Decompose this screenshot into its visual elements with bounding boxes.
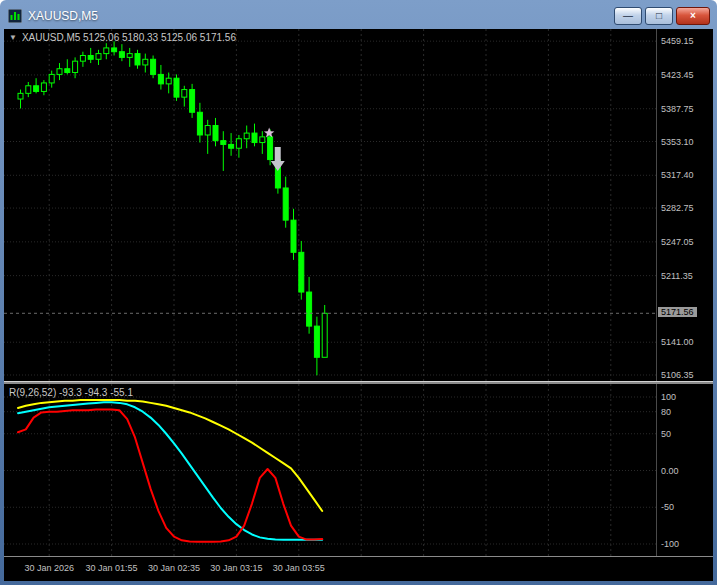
- price-scale[interactable]: 5459.155423.455387.755353.105317.405282.…: [656, 29, 713, 381]
- symbol-dropdown-icon[interactable]: ▼: [9, 33, 17, 42]
- indicator-pane[interactable]: R(9,26,52) -93.3 -94.3 -55.1: [4, 384, 656, 556]
- candle-bull: [57, 69, 62, 75]
- price-tick-label: 5423.45: [661, 70, 694, 80]
- price-tick-label: 5106.35: [661, 370, 694, 380]
- indicator-tick-label: 50: [661, 429, 671, 439]
- indicator-tick-label: 100: [661, 392, 676, 402]
- maximize-icon: □: [656, 11, 662, 21]
- candle-bear: [158, 74, 163, 83]
- candle-bull: [26, 86, 31, 94]
- chart-client-area: ▼ XAUUSD,M5 5125.06 5180.33 5125.06 5171…: [4, 29, 713, 581]
- indicator-tick-label: -100: [661, 539, 679, 549]
- current-price-label: 5171.56: [658, 307, 697, 317]
- chart-window: XAUUSD,M5 — □ × ▼ XAUUSD,M5 5125.06 5180…: [0, 0, 717, 585]
- window-controls: — □ ×: [614, 7, 710, 25]
- candle-bull: [143, 59, 148, 65]
- maximize-button[interactable]: □: [645, 7, 673, 25]
- candle-bull: [73, 61, 78, 72]
- indicator-tick-label: 80: [661, 407, 671, 417]
- star-marker-icon[interactable]: [264, 128, 274, 138]
- indicator-label: R(9,26,52) -93.3 -94.3 -55.1: [9, 387, 133, 398]
- candle-bear: [174, 78, 179, 97]
- candle-bull: [127, 54, 132, 58]
- candle-bear: [291, 220, 296, 252]
- ohlc-text: XAUUSD,M5 5125.06 5180.33 5125.06 5171.5…: [22, 32, 236, 43]
- indicator-readout: R(9,26,52) -93.3 -94.3 -55.1: [9, 387, 133, 398]
- candle-bear: [268, 137, 273, 160]
- price-tick-label: 5211.35: [661, 271, 693, 281]
- candle-bear: [65, 69, 70, 73]
- minimize-icon: —: [623, 11, 633, 21]
- time-tick-label: 30 Jan 01:55: [86, 563, 138, 573]
- time-tick-label: 30 Jan 03:55: [273, 563, 325, 573]
- candle-bear: [213, 126, 218, 141]
- indicator-tick-label: -50: [661, 502, 674, 512]
- time-tick-label: 30 Jan 02:35: [148, 563, 200, 573]
- candle-bull: [96, 54, 101, 60]
- candle-bear: [151, 59, 156, 74]
- indicator-line-cyan: [18, 402, 322, 540]
- price-tick-label: 5247.05: [661, 237, 694, 247]
- close-icon: ×: [690, 11, 696, 21]
- candle-bear: [135, 54, 140, 65]
- price-tick-label: 5353.10: [661, 137, 694, 147]
- candle-bear: [221, 141, 226, 145]
- time-tick-label: 30 Jan 2026: [24, 563, 74, 573]
- chart-window-icon: [7, 8, 23, 24]
- candle-bear: [197, 112, 202, 135]
- candle-bull: [236, 139, 241, 148]
- price-tick-label: 5141.00: [661, 337, 694, 347]
- candle-bear: [88, 55, 93, 59]
- candle-bull: [166, 78, 171, 84]
- titlebar[interactable]: XAUUSD,M5 — □ ×: [4, 3, 713, 29]
- candle-bear: [190, 90, 195, 113]
- candle-bear: [34, 86, 39, 92]
- candle-bear: [112, 48, 117, 52]
- candle-bull: [104, 48, 109, 54]
- candle-bull: [244, 133, 249, 139]
- ohlc-readout: ▼ XAUUSD,M5 5125.06 5180.33 5125.06 5171…: [9, 32, 236, 43]
- price-tick-label: 5387.75: [661, 104, 694, 114]
- indicator-chart[interactable]: [4, 384, 656, 556]
- indicator-tick-label: 0.00: [661, 466, 679, 476]
- candle-bull: [41, 83, 46, 92]
- price-pane[interactable]: ▼ XAUUSD,M5 5125.06 5180.33 5125.06 5171…: [4, 29, 656, 381]
- time-tick-label: 30 Jan 03:15: [210, 563, 262, 573]
- minimize-button[interactable]: —: [614, 7, 642, 25]
- candle-bear: [283, 188, 288, 220]
- time-axis[interactable]: 30 Jan 202630 Jan 01:5530 Jan 02:3530 Ja…: [4, 556, 713, 581]
- price-tick-label: 5282.75: [661, 203, 694, 213]
- price-chart[interactable]: [4, 29, 656, 381]
- price-tick-label: 5317.40: [661, 170, 694, 180]
- candle-bull: [205, 126, 210, 135]
- candle-bear: [307, 292, 312, 326]
- window-title: XAUUSD,M5: [28, 9, 98, 23]
- indicator-scale[interactable]: 10080500.00-50-100: [656, 384, 713, 556]
- candle-bear: [314, 326, 319, 357]
- candle-bull: [49, 74, 54, 83]
- indicator-line-yellow: [18, 400, 322, 511]
- candle-bear: [229, 144, 234, 148]
- candle-bull: [80, 55, 85, 61]
- candle-bear: [252, 133, 257, 142]
- candle-bear: [119, 52, 124, 58]
- price-tick-label: 5459.15: [661, 36, 694, 46]
- candle-bull: [18, 93, 23, 99]
- candle-bear: [299, 252, 304, 292]
- close-button[interactable]: ×: [676, 7, 710, 25]
- candle-bull: [322, 313, 327, 357]
- candle-bull: [182, 90, 187, 98]
- candle-bull: [260, 137, 265, 143]
- indicator-line-red: [18, 409, 322, 541]
